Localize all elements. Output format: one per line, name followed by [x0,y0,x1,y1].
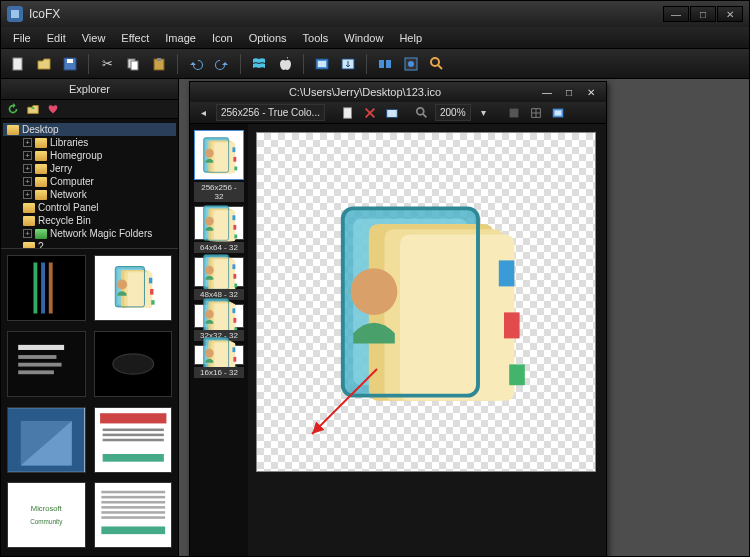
thumbnail[interactable]: MicrosoftCommunity [7,482,86,548]
app-icon [7,6,23,22]
svg-point-22 [431,58,439,66]
editor-body: 256x256 - 32 64x64 - 32 48x48 - 32 [190,124,606,556]
svg-rect-18 [379,60,384,68]
icon-preview [296,172,556,432]
delete-image-icon[interactable] [361,104,379,122]
tree-node[interactable]: +Libraries [3,136,176,149]
thumbnail[interactable] [94,255,173,321]
tree-node[interactable]: Control Panel [3,201,176,214]
tree-node[interactable]: Recycle Bin [3,214,176,227]
svg-rect-14 [157,58,161,61]
svg-point-21 [408,61,414,67]
menu-effect[interactable]: Effect [113,29,157,47]
menu-view[interactable]: View [74,29,114,47]
thumbnail[interactable] [94,482,173,548]
svg-rect-46 [101,491,165,494]
redo-button[interactable] [211,53,233,75]
up-icon[interactable] [25,101,41,117]
tree-node[interactable]: ? [3,240,176,249]
thumbnail[interactable] [7,255,86,321]
menu-image[interactable]: Image [157,29,204,47]
format-dropdown[interactable]: 256x256 - True Colo... [216,104,325,121]
windows-icon[interactable] [248,53,270,75]
undo-button[interactable] [185,53,207,75]
svg-rect-12 [131,61,138,70]
app-window: IcoFX — □ ✕ File Edit View Effect Image … [0,0,750,557]
svg-point-33 [112,354,153,374]
new-button[interactable] [7,53,29,75]
favorite-icon[interactable] [45,101,61,117]
tree-node[interactable]: +Computer [3,175,176,188]
thumbnail[interactable] [94,407,173,473]
size-item-16[interactable]: 16x16 - 32 [194,345,244,378]
thumbnail[interactable] [7,331,86,397]
grid-icon[interactable] [527,104,545,122]
svg-text:Microsoft: Microsoft [31,504,63,513]
thumbnail[interactable] [94,331,173,397]
size-strip: 256x256 - 32 64x64 - 32 48x48 - 32 [190,124,248,556]
tool-a-icon[interactable] [505,104,523,122]
import-image-icon[interactable] [383,104,401,122]
svg-rect-31 [18,370,54,374]
menu-file[interactable]: File [5,29,39,47]
tree-root[interactable]: Desktop [3,123,176,136]
explorer-title: Explorer [1,79,178,99]
batch-button[interactable] [374,53,396,75]
capture-button[interactable] [311,53,333,75]
main-toolbar: ✂ [1,49,749,79]
new-image-icon[interactable] [339,104,357,122]
svg-rect-37 [100,413,166,423]
svg-rect-16 [318,61,326,67]
menu-options[interactable]: Options [241,29,295,47]
canvas-area [248,124,606,556]
menu-help[interactable]: Help [391,29,430,47]
svg-rect-47 [101,496,165,499]
svg-rect-25 [41,263,45,314]
app-title: IcoFX [29,7,663,21]
cut-button[interactable]: ✂ [96,53,118,75]
search-icon[interactable] [426,53,448,75]
zoom-menu-icon[interactable]: ▾ [475,104,493,122]
menu-window[interactable]: Window [336,29,391,47]
svg-rect-52 [101,527,165,535]
svg-rect-50 [101,511,165,514]
folder-tree: Desktop +Libraries +Homegroup +Jerry +Co… [1,119,178,249]
zoom-dropdown[interactable]: 200% [435,104,471,121]
tree-node[interactable]: +Network Magic Folders [3,227,176,240]
menu-edit[interactable]: Edit [39,29,74,47]
prev-size-icon[interactable]: ◂ [194,104,212,122]
svg-rect-48 [101,501,165,504]
editor-toolbar: ◂ 256x256 - True Colo... 200% ▾ [190,102,606,124]
editor-window: C:\Users\Jerry\Desktop\123.ico — □ ✕ ◂ 2… [189,81,607,556]
editor-minimize-button[interactable]: — [538,85,556,99]
preview-icon[interactable] [549,104,567,122]
tree-node[interactable]: +Homegroup [3,149,176,162]
title-bar: IcoFX — □ ✕ [1,1,749,27]
tree-node[interactable]: +Network [3,188,176,201]
editor-close-button[interactable]: ✕ [582,85,600,99]
editor-canvas[interactable] [256,132,596,472]
editor-maximize-button[interactable]: □ [560,85,578,99]
editor-path: C:\Users\Jerry\Desktop\123.ico [196,86,534,98]
svg-rect-8 [13,58,22,70]
close-button[interactable]: ✕ [717,6,743,22]
refresh-icon[interactable] [5,101,21,117]
save-button[interactable] [59,53,81,75]
size-item-256[interactable]: 256x256 - 32 [194,130,244,202]
resource-button[interactable] [400,53,422,75]
thumbnail[interactable] [7,407,86,473]
menu-icon[interactable]: Icon [204,29,241,47]
document-area: C:\Users\Jerry\Desktop\123.ico — □ ✕ ◂ 2… [179,79,749,556]
maximize-button[interactable]: □ [690,6,716,22]
menu-tools[interactable]: Tools [295,29,337,47]
open-button[interactable] [33,53,55,75]
size-item-64[interactable]: 64x64 - 32 [194,206,244,253]
copy-button[interactable] [122,53,144,75]
minimize-button[interactable]: — [663,6,689,22]
apple-icon[interactable] [274,53,296,75]
zoom-icon[interactable] [413,104,431,122]
paste-button[interactable] [148,53,170,75]
extract-button[interactable] [337,53,359,75]
tree-node[interactable]: +Jerry [3,162,176,175]
editor-title-bar: C:\Users\Jerry\Desktop\123.ico — □ ✕ [190,82,606,102]
